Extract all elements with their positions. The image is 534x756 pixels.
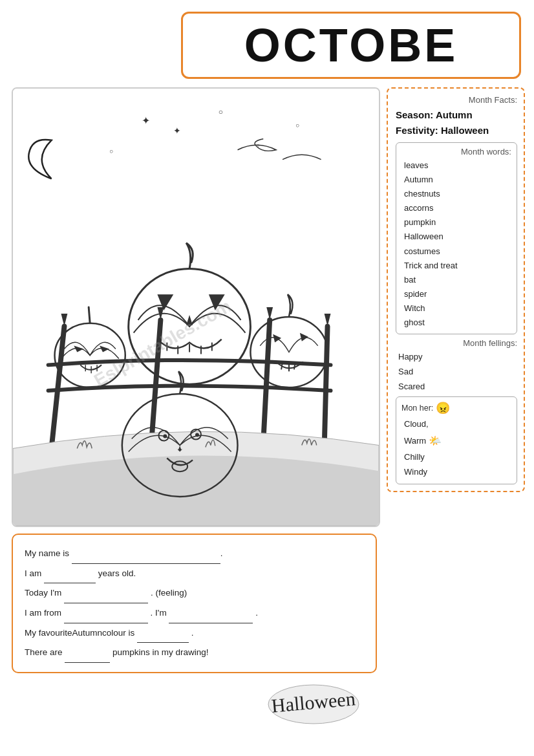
- svg-line-16: [89, 307, 90, 323]
- svg-text:✦: ✦: [173, 125, 181, 136]
- svg-text:○: ○: [295, 122, 299, 129]
- word-item: accorns: [401, 201, 511, 215]
- word-item: leaves: [401, 158, 511, 173]
- feelings-list: HappySadScared: [396, 350, 517, 394]
- word-item: chestnuts: [401, 187, 511, 201]
- form-line-5: My favouriteAutumncolour is .: [25, 623, 364, 643]
- right-panel: Month Facts: Season: Autumn Festivity: H…: [387, 87, 525, 492]
- season-label: Season: Autumn Festivity: Halloween: [396, 107, 517, 138]
- weather-item: Chilly: [401, 450, 511, 465]
- word-item: ghost: [401, 316, 511, 330]
- form-line-1: My name is .: [25, 544, 364, 564]
- halloween-script: Halloween: [259, 675, 368, 727]
- form-area: My name is . I am years old. Today I'm .…: [12, 534, 377, 673]
- page-title: OCTOBE: [244, 19, 458, 71]
- svg-point-37: [195, 433, 199, 437]
- halloween-logo: Halloween: [259, 675, 368, 727]
- svg-text:○: ○: [219, 107, 223, 116]
- weather-item: Cloud,: [401, 417, 511, 432]
- form-line-4: I am from . I'm .: [25, 603, 364, 623]
- word-item: Autumn: [401, 173, 511, 187]
- form-line-3: Today I'm . (feeling): [25, 583, 364, 603]
- feeling-item: Happy: [396, 350, 517, 365]
- weather-header: Mon her: 😠: [401, 401, 511, 415]
- word-item: pumpkin: [401, 215, 511, 230]
- feeling-item: Sad: [396, 365, 517, 380]
- month-words-label: Month words:: [401, 147, 511, 157]
- svg-text:○: ○: [109, 147, 113, 155]
- word-item: spider: [401, 287, 511, 301]
- title-box: OCTOBE: [181, 12, 521, 79]
- word-item: bat: [401, 273, 511, 287]
- form-line-6: There are pumpkins in my drawing!: [25, 643, 364, 663]
- feeling-item: Scared: [396, 380, 517, 394]
- month-feelings-label: Month fellings:: [396, 338, 517, 348]
- word-item: costumes: [401, 244, 511, 259]
- weather-list: Cloud,Warm 🌤️ChillyWindy: [401, 417, 511, 479]
- illustration-area: ✦ ○ ○ ○ ✦ ○: [12, 87, 380, 527]
- angry-face-emoji: 😠: [436, 401, 450, 415]
- weather-item: Windy: [401, 465, 511, 480]
- form-line-2: I am years old.: [25, 564, 364, 584]
- word-item: Trick and treat: [401, 259, 511, 273]
- svg-text:✦: ✦: [142, 115, 150, 126]
- words-list: leavesAutumnchestnutsaccornspumpkinHallo…: [401, 158, 511, 330]
- weather-box: Mon her: 😠 Cloud,Warm 🌤️ChillyWindy: [396, 396, 517, 484]
- svg-point-36: [163, 435, 167, 438]
- month-facts-label: Month Facts:: [396, 95, 517, 105]
- weather-item: Warm 🌤️: [401, 432, 511, 450]
- month-words-box: Month words: leavesAutumnchestnutsaccorn…: [396, 142, 517, 334]
- word-item: Halloween: [401, 230, 511, 244]
- word-item: Witch: [401, 301, 511, 316]
- pumpkin-illustration: ✦ ○ ○ ○ ✦ ○: [13, 89, 379, 526]
